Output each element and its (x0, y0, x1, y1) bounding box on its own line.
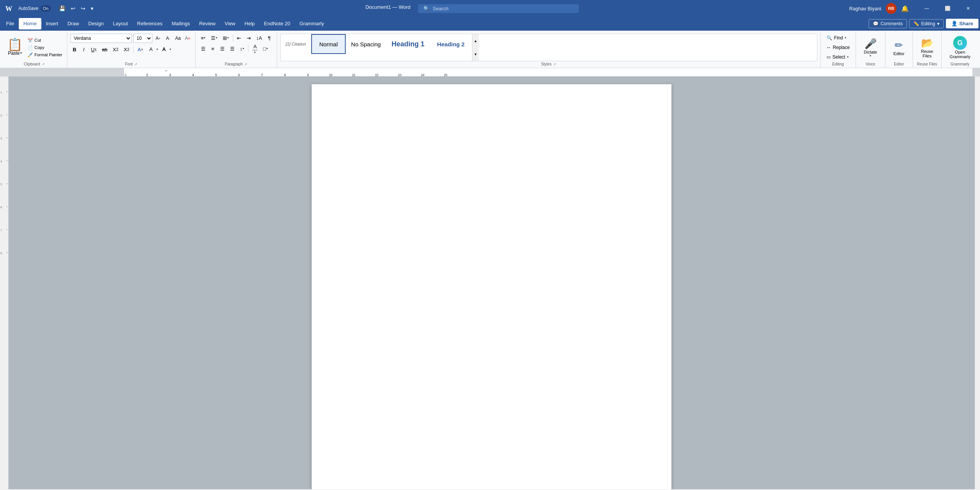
share-button[interactable]: 👤 Share (946, 19, 978, 28)
svg-text:9: 9 (307, 73, 309, 77)
decrease-font-size-button[interactable]: A- (164, 34, 172, 42)
style-normal[interactable]: Normal (311, 34, 346, 54)
title-bar-left: W AutoSave On 💾 ↩ ↪ ▾ (3, 2, 95, 15)
select-button[interactable]: ▭ Select ▾ (824, 53, 851, 61)
font-row-1: Verdana 10 A+ A- Aa A✕ (70, 34, 192, 43)
shading-button[interactable]: A ▾ (250, 44, 260, 53)
menu-item-insert[interactable]: Insert (41, 18, 63, 29)
menu-item-home[interactable]: Home (19, 18, 41, 29)
styles-scroll-up[interactable]: ▲ (472, 34, 479, 47)
notifications-icon[interactable]: 🔔 (901, 5, 909, 12)
grammarly-controls: G OpenGrammarly (945, 34, 975, 61)
font-expand-icon[interactable]: ↗ (134, 62, 137, 66)
sort-button[interactable]: ↕A (254, 34, 264, 42)
highlight-button[interactable]: A (146, 45, 156, 54)
autosave-toggle[interactable]: On (41, 5, 51, 11)
strikethrough-button[interactable]: ab (100, 45, 109, 54)
grammarly-label: Grammarly (945, 61, 975, 67)
font-color-button[interactable]: A (159, 45, 169, 54)
svg-text:4: 4 (192, 73, 194, 77)
align-left-button[interactable]: ☰ (199, 44, 208, 53)
cut-button[interactable]: ✂️ Cut (26, 37, 64, 44)
format-painter-button[interactable]: 🖌️ Format Painter (26, 52, 64, 58)
bullets-button[interactable]: ≡▾ (199, 34, 208, 42)
menu-item-view[interactable]: View (220, 18, 240, 29)
styles-scroll-down[interactable]: ▼ (472, 47, 479, 61)
user-avatar[interactable]: RB (886, 3, 897, 14)
comments-icon: 💬 (873, 21, 879, 26)
ruler-ticks: 1 2 3 4 5 6 7 8 9 10 11 12 13 1 (124, 68, 972, 77)
svg-text:14: 14 (421, 73, 425, 77)
styles-expand-icon[interactable]: ↗ (553, 62, 556, 66)
find-button[interactable]: 🔍 Find ▾ (824, 34, 849, 42)
clipboard-expand-icon[interactable]: ↗ (42, 62, 45, 66)
align-center-button[interactable]: ≡ (209, 44, 217, 53)
style-no-spacing[interactable]: No Spacing (346, 34, 386, 54)
clear-formatting-button[interactable]: A✕ (184, 34, 192, 42)
para-row-1: ≡▾ ☰▾ ⊞▾ ⇤ ⇥ ↕A ¶ (199, 34, 274, 42)
text-effects-button[interactable]: A▾ (135, 45, 145, 54)
dictate-button[interactable]: 🎤 Dictate ▾ (859, 36, 882, 59)
customize-quick-access-button[interactable]: ▾ (89, 4, 95, 13)
tab-stop-marker[interactable]: ⌐ (165, 68, 168, 73)
style-heading2[interactable]: Heading 2 (430, 34, 472, 54)
svg-text:W: W (5, 5, 12, 13)
search-box[interactable]: 🔍 Search (418, 4, 579, 13)
voice-label: Voice (859, 61, 882, 67)
menu-bar: File Home Insert Draw Design Layout Refe… (0, 17, 980, 31)
open-grammarly-button[interactable]: G OpenGrammarly (945, 34, 975, 61)
font-family-select[interactable]: Verdana (70, 34, 132, 43)
menu-item-mailings[interactable]: Mailings (167, 18, 195, 29)
copy-button[interactable]: 📄 Copy (26, 44, 64, 51)
menu-item-help[interactable]: Help (240, 18, 260, 29)
menu-item-design[interactable]: Design (84, 18, 108, 29)
superscript-button[interactable]: X2 (121, 45, 132, 54)
bold-button[interactable]: B (70, 45, 79, 54)
minimize-button[interactable]: — (918, 2, 936, 15)
show-hide-button[interactable]: ¶ (265, 34, 274, 42)
title-bar: W AutoSave On 💾 ↩ ↪ ▾ Document1 — Word 🔍… (0, 0, 980, 17)
paragraph-expand-icon[interactable]: ↗ (244, 62, 247, 66)
menu-item-grammarly[interactable]: Grammarly (295, 18, 328, 29)
paste-button[interactable]: 📋 Paste ▾ (5, 37, 25, 58)
document-page[interactable] (312, 84, 671, 489)
replace-button[interactable]: ↔ Replace (824, 43, 853, 52)
comments-button[interactable]: 💬 Comments (869, 19, 907, 28)
subscript-button[interactable]: X2 (111, 45, 121, 54)
menu-item-layout[interactable]: Layout (108, 18, 132, 29)
doc-scroll-area[interactable] (8, 77, 975, 489)
highlight-dropdown[interactable]: ▾ (157, 48, 158, 51)
save-button[interactable]: 💾 (57, 4, 67, 13)
font-color-dropdown[interactable]: ▾ (170, 48, 171, 51)
close-button[interactable]: ✕ (959, 2, 977, 15)
redo-button[interactable]: ↪ (79, 4, 87, 13)
reuse-files-button[interactable]: 📂 ReuseFiles (916, 35, 938, 60)
style-citation[interactable]: [1] Citation (281, 34, 312, 54)
menu-item-file[interactable]: File (2, 18, 19, 29)
increase-indent-button[interactable]: ⇥ (244, 34, 253, 42)
styles-gallery: [1] Citation Normal No Spacing Heading 1 (280, 34, 817, 61)
borders-button[interactable]: □▾ (261, 44, 270, 53)
underline-button[interactable]: U▾ (89, 45, 99, 54)
align-right-button[interactable]: ☰ (218, 44, 227, 53)
decrease-indent-button[interactable]: ⇤ (235, 34, 243, 42)
style-heading1[interactable]: Heading 1 (386, 34, 430, 54)
editing-mode-button[interactable]: ✏️ Editing ▾ (909, 19, 944, 28)
undo-button[interactable]: ↩ (69, 4, 77, 13)
menu-item-endnote[interactable]: EndNote 20 (260, 18, 295, 29)
font-size-select[interactable]: 10 (133, 34, 152, 43)
justify-button[interactable]: ☰ (228, 44, 237, 53)
right-scrollbar[interactable] (975, 77, 980, 489)
maximize-button[interactable]: ⬜ (939, 2, 956, 15)
numbered-list-button[interactable]: ☰▾ (209, 34, 220, 42)
increase-font-size-button[interactable]: A+ (154, 34, 162, 42)
multilevel-list-button[interactable]: ⊞▾ (220, 34, 231, 42)
menu-item-draw[interactable]: Draw (63, 18, 83, 29)
menu-item-review[interactable]: Review (194, 18, 220, 29)
editor-button[interactable]: ✏ Editor (889, 38, 910, 58)
change-case-button[interactable]: Aa (174, 34, 182, 42)
line-spacing-button[interactable]: ↕▾ (238, 44, 247, 53)
paste-icon: 📋 (7, 38, 23, 51)
menu-item-references[interactable]: References (132, 18, 167, 29)
italic-button[interactable]: I (80, 45, 88, 54)
